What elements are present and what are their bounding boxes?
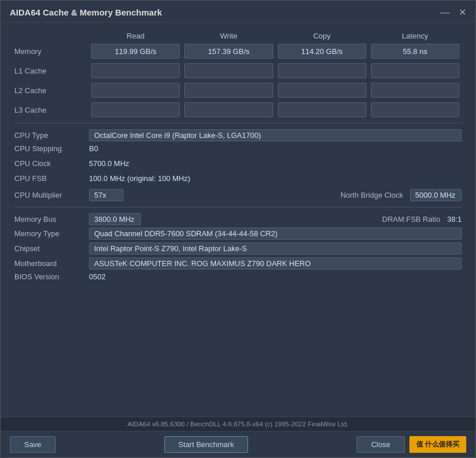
- chipset-value: Intel Raptor Point-S Z790, Intel Raptor …: [89, 243, 462, 255]
- cpu-multiplier-row: CPU Multiplier 57x North Bridge Clock 50…: [14, 189, 462, 201]
- bench-row-memory: Memory 119.99 GB/s 157.39 GB/s 114.20 GB…: [14, 44, 462, 59]
- memory-bus-value: 3800.0 MHz: [89, 213, 141, 225]
- col-header-read: Read: [89, 32, 182, 40]
- button-bar: Save Start Benchmark Close 值 什么值得买: [1, 431, 475, 457]
- bench-table-header: Read Write Copy Latency: [14, 32, 462, 40]
- memory-write: 157.39 GB/s: [184, 44, 273, 59]
- cpu-fsb-value: 100.0 MHz (original: 100 MHz): [89, 174, 190, 183]
- l3-latency: [371, 102, 459, 117]
- memory-latency: 55.8 ns: [371, 44, 459, 59]
- cpu-stepping-value: B0: [89, 144, 98, 153]
- l3-read: [91, 102, 180, 117]
- memory-read: 119.99 GB/s: [91, 44, 180, 59]
- cpu-type-label: CPU Type: [14, 131, 89, 140]
- col-header-latency: Latency: [369, 32, 462, 40]
- l3-copy: [278, 102, 366, 117]
- motherboard-value: ASUSTeK COMPUTER INC. ROG MAXIMUS Z790 D…: [89, 257, 462, 270]
- cpu-multiplier-left: CPU Multiplier 57x: [14, 189, 238, 201]
- cpu-fsb-row: CPU FSB 100.0 MHz (original: 100 MHz): [14, 174, 462, 187]
- cpu-type-row: CPU Type OctalCore Intel Core i9 (Raptor…: [14, 129, 462, 142]
- bios-row: BIOS Version 0502: [14, 272, 462, 285]
- bios-value: 0502: [89, 272, 106, 281]
- north-bridge-label: North Bridge Clock: [340, 191, 403, 199]
- cpu-clock-value: 5700.0 MHz: [89, 159, 129, 168]
- cpu-fsb-label: CPU FSB: [14, 174, 89, 183]
- btn-bar-left: Save: [10, 436, 56, 453]
- footer-text: AIDA64 v6.85.6300 / BenchDLL 4.6.875.8-x…: [127, 421, 349, 428]
- close-button-bar[interactable]: Close: [357, 436, 404, 453]
- memory-bus-row: Memory Bus 3800.0 MHz DRAM:FSB Ratio 38:…: [14, 213, 462, 225]
- dram-fsb-value: 38:1: [447, 215, 462, 224]
- chipset-label: Chipset: [14, 244, 89, 253]
- bench-label-l1: L1 Cache: [14, 67, 89, 75]
- save-button[interactable]: Save: [10, 436, 56, 453]
- footer-bar: AIDA64 v6.85.6300 / BenchDLL 4.6.875.8-x…: [1, 417, 475, 431]
- l3-write: [184, 102, 273, 117]
- chipset-row: Chipset Intel Raptor Point-S Z790, Intel…: [14, 243, 462, 255]
- content-area: Read Write Copy Latency Memory 119.99 GB…: [1, 22, 475, 417]
- bench-row-l1: L1 Cache: [14, 63, 462, 78]
- memory-copy: 114.20 GB/s: [278, 44, 366, 59]
- memory-type-label: Memory Type: [14, 229, 89, 238]
- memory-type-value: Quad Channel DDR5-7600 SDRAM (34-44-44-5…: [89, 228, 462, 240]
- memory-bus-label: Memory Bus: [14, 215, 89, 224]
- bios-label: BIOS Version: [14, 272, 89, 281]
- bench-label-memory: Memory: [14, 47, 89, 56]
- divider-1: [14, 123, 462, 124]
- bench-row-l2: L2 Cache: [14, 83, 462, 98]
- cpu-stepping-label: CPU Stepping: [14, 144, 89, 153]
- l2-copy: [278, 83, 366, 98]
- memory-type-row: Memory Type Quad Channel DDR5-7600 SDRAM…: [14, 228, 462, 240]
- divider-2: [14, 207, 462, 207]
- bench-label-l3: L3 Cache: [14, 106, 89, 114]
- l1-write: [184, 63, 273, 78]
- memory-bus-left: Memory Bus 3800.0 MHz: [14, 213, 238, 225]
- watermark-badge: 值 什么值得买: [409, 436, 466, 453]
- memory-info-section: Memory Bus 3800.0 MHz DRAM:FSB Ratio 38:…: [14, 213, 462, 285]
- close-button[interactable]: ✕: [459, 8, 466, 17]
- l1-latency: [371, 63, 459, 78]
- bench-row-l3: L3 Cache: [14, 102, 462, 117]
- north-bridge-value: 5000.0 MHz: [410, 189, 462, 201]
- cpu-multiplier-value: 57x: [89, 189, 123, 201]
- bench-label-l2: L2 Cache: [14, 86, 89, 95]
- start-benchmark-button[interactable]: Start Benchmark: [164, 436, 249, 453]
- cpu-info-section: CPU Type OctalCore Intel Core i9 (Raptor…: [14, 129, 462, 201]
- dram-fsb-right: DRAM:FSB Ratio 38:1: [238, 215, 462, 224]
- minimize-button[interactable]: —: [440, 8, 450, 17]
- col-label-empty: [14, 32, 89, 40]
- btn-bar-right: Close 值 什么值得买: [357, 436, 466, 453]
- cpu-clock-label: CPU Clock: [14, 159, 89, 168]
- col-header-copy: Copy: [276, 32, 369, 40]
- motherboard-row: Motherboard ASUSTeK COMPUTER INC. ROG MA…: [14, 257, 462, 270]
- cpu-type-value: OctalCore Intel Core i9 (Raptor Lake-S, …: [89, 129, 462, 141]
- cpu-multiplier-label: CPU Multiplier: [14, 191, 89, 199]
- cpu-stepping-row: CPU Stepping B0: [14, 144, 462, 157]
- col-header-write: Write: [182, 32, 275, 40]
- north-bridge-right: North Bridge Clock 5000.0 MHz: [238, 189, 462, 201]
- window-title: AIDA64 Cache & Memory Benchmark: [10, 7, 162, 17]
- title-controls: — ✕: [440, 8, 466, 17]
- l2-latency: [371, 83, 459, 98]
- cpu-clock-row: CPU Clock 5700.0 MHz: [14, 159, 462, 172]
- dram-fsb-label: DRAM:FSB Ratio: [382, 215, 440, 224]
- l2-write: [184, 83, 273, 98]
- l1-copy: [278, 63, 366, 78]
- title-bar: AIDA64 Cache & Memory Benchmark — ✕: [1, 1, 475, 22]
- l1-read: [91, 63, 180, 78]
- main-window: AIDA64 Cache & Memory Benchmark — ✕ Read…: [0, 0, 476, 458]
- motherboard-label: Motherboard: [14, 259, 89, 268]
- btn-bar-center: Start Benchmark: [56, 436, 357, 453]
- l2-read: [91, 83, 180, 98]
